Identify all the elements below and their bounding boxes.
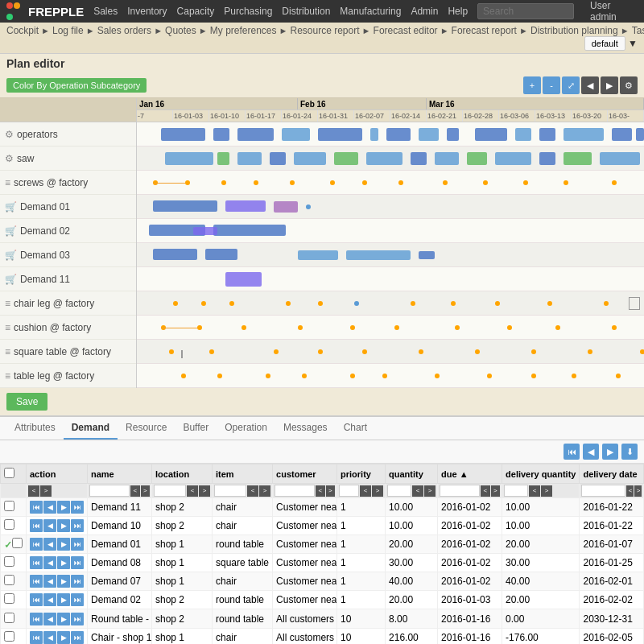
row-nav-last[interactable]: ⏭ — [71, 613, 84, 625]
first-page-btn[interactable]: ⏮ — [564, 444, 580, 460]
filter-action-lt[interactable]: < — [28, 485, 39, 497]
row-nav-last[interactable]: ⏭ — [71, 631, 84, 644]
nav-sales[interactable]: Sales — [93, 6, 118, 17]
row-checkbox[interactable] — [4, 631, 14, 642]
row-nav-next[interactable]: ▶ — [57, 631, 70, 644]
filter-cust-lt[interactable]: < — [316, 485, 325, 497]
nav-capacity[interactable]: Capacity — [177, 6, 215, 17]
row-checkbox[interactable] — [4, 613, 14, 623]
filter-deldate-lt[interactable]: < — [626, 485, 634, 497]
filter-cust-input[interactable] — [275, 485, 315, 497]
filter-action-gt[interactable]: > — [40, 485, 52, 497]
row-nav-next[interactable]: ▶ — [57, 538, 70, 551]
tab-demand[interactable]: Demand — [64, 417, 118, 440]
filter-loc-gt[interactable]: > — [199, 485, 210, 497]
download-btn[interactable]: ⬇ — [621, 444, 638, 460]
tab-chart[interactable]: Chart — [336, 417, 375, 440]
row-nav-first[interactable]: ⏮ — [30, 519, 43, 532]
bc-quotes[interactable]: Quotes — [165, 25, 196, 36]
row-nav-next[interactable]: ▶ — [57, 575, 70, 588]
row-nav-prev[interactable]: ◀ — [43, 575, 56, 588]
row-checkbox[interactable] — [12, 538, 23, 548]
filter-qty-input[interactable] — [387, 485, 411, 497]
tab-messages[interactable]: Messages — [275, 417, 336, 440]
tab-buffer[interactable]: Buffer — [175, 417, 217, 440]
settings-btn[interactable]: ⚙ — [620, 76, 638, 94]
gantt-label-demand11[interactable]: 🛒 Demand 11 — [0, 267, 136, 291]
row-checkbox[interactable] — [4, 556, 14, 567]
search-input[interactable] — [477, 3, 574, 19]
prev-btn[interactable]: ◀ — [581, 76, 599, 94]
row-checkbox[interactable] — [4, 575, 14, 585]
select-all-checkbox[interactable] — [4, 468, 14, 478]
filter-name-gt[interactable]: > — [141, 485, 151, 497]
row-nav-prev[interactable]: ◀ — [43, 538, 56, 551]
th-delqty[interactable]: delivery quantity — [502, 464, 580, 484]
row-nav-last[interactable]: ⏭ — [71, 593, 84, 606]
bc-logfile[interactable]: Log file — [52, 25, 84, 36]
th-priority[interactable]: priority — [337, 464, 386, 484]
zoom-in-btn[interactable]: + — [523, 76, 541, 94]
row-nav-last[interactable]: ⏭ — [71, 575, 84, 588]
filter-deldate-gt[interactable]: > — [634, 485, 642, 497]
filter-deldate-input[interactable] — [581, 485, 625, 497]
gantt-label-demand03[interactable]: 🛒 Demand 03 — [0, 243, 136, 267]
row-nav-next[interactable]: ▶ — [57, 501, 70, 514]
filter-qty-gt[interactable]: > — [424, 485, 436, 497]
filter-item-gt[interactable]: > — [259, 485, 270, 497]
color-by-btn[interactable]: Color By Operation Subcategory — [6, 78, 147, 93]
row-nav-last[interactable]: ⏭ — [71, 519, 84, 532]
row-nav-first[interactable]: ⏮ — [30, 501, 43, 514]
bc-myprefs[interactable]: My preferences — [210, 25, 277, 36]
filter-loc-input[interactable] — [154, 485, 186, 497]
bc-distplan[interactable]: Distribution planning — [530, 25, 618, 36]
fit-btn[interactable]: ⤢ — [562, 76, 580, 94]
th-due[interactable]: due ▲ — [438, 464, 502, 484]
row-nav-prev[interactable]: ◀ — [43, 519, 56, 532]
nav-admin[interactable]: Admin — [411, 6, 438, 17]
row-nav-next[interactable]: ▶ — [57, 613, 70, 625]
filter-cust-gt[interactable]: > — [326, 485, 336, 497]
filter-due-lt[interactable]: < — [481, 485, 490, 497]
filter-prio-lt[interactable]: < — [360, 485, 371, 497]
zoom-out-btn[interactable]: - — [543, 76, 560, 94]
bc-taskstatus[interactable]: Task status — [632, 25, 644, 36]
row-nav-last[interactable]: ⏭ — [71, 501, 84, 514]
row-nav-first[interactable]: ⏮ — [30, 631, 43, 644]
th-quantity[interactable]: quantity — [386, 464, 438, 484]
th-location[interactable]: location — [152, 464, 213, 484]
filter-name-lt[interactable]: < — [130, 485, 140, 497]
nav-purchasing[interactable]: Purchasing — [224, 6, 272, 17]
filter-prio-input[interactable] — [339, 485, 359, 497]
row-nav-prev[interactable]: ◀ — [43, 613, 56, 625]
filter-name-input[interactable] — [89, 485, 130, 497]
th-customer[interactable]: customer — [273, 464, 337, 484]
row-nav-next[interactable]: ▶ — [57, 593, 70, 606]
row-nav-first[interactable]: ⏮ — [30, 556, 43, 569]
filter-item-input[interactable] — [214, 485, 246, 497]
filter-loc-lt[interactable]: < — [187, 485, 198, 497]
default-btn[interactable]: default — [584, 36, 625, 51]
row-nav-last[interactable]: ⏭ — [71, 538, 84, 551]
nav-distribution[interactable]: Distribution — [282, 6, 330, 17]
row-nav-next[interactable]: ▶ — [57, 519, 70, 532]
bc-forecast-editor[interactable]: Forecast editor — [374, 25, 438, 36]
bc-salesorders[interactable]: Sales orders — [97, 25, 151, 36]
row-nav-last[interactable]: ⏭ — [71, 556, 84, 569]
bc-resourcereport[interactable]: Resource report — [291, 25, 360, 36]
gantt-chart-area[interactable]: Jan 16 Feb 16 Mar 16 -7 16-01-03 16-01-1… — [137, 98, 644, 388]
row-nav-next[interactable]: ▶ — [57, 556, 70, 569]
nav-manufacturing[interactable]: Manufacturing — [340, 6, 401, 17]
gantt-label-squaretable[interactable]: ≡ square table @ factory — [0, 340, 136, 364]
row-checkbox[interactable] — [4, 519, 14, 530]
save-button[interactable]: Save — [6, 393, 47, 411]
row-checkbox[interactable] — [4, 501, 14, 511]
filter-due-gt[interactable]: > — [491, 485, 501, 497]
filter-item-lt[interactable]: < — [247, 485, 258, 497]
row-nav-prev[interactable]: ◀ — [43, 556, 56, 569]
nav-help[interactable]: Help — [448, 6, 468, 17]
gantt-label-operators[interactable]: ⚙ operators — [0, 122, 136, 147]
th-deldate[interactable]: delivery date — [580, 464, 644, 484]
gantt-label-demand01[interactable]: 🛒 Demand 01 — [0, 195, 136, 219]
row-nav-first[interactable]: ⏮ — [30, 575, 43, 588]
